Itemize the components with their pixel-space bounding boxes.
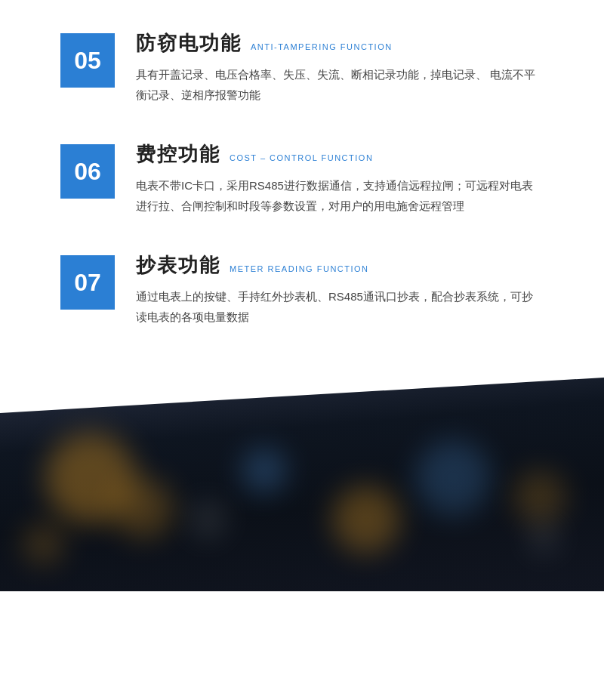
number-badge-07: 07 bbox=[60, 255, 115, 310]
feature-text-07: 抄表功能 METER READING FUNCTION 通过电表上的按键、手持红… bbox=[136, 252, 544, 327]
bokeh-blue-1 bbox=[242, 448, 287, 493]
feature-title-en-07: METER READING FUNCTION bbox=[230, 264, 369, 273]
bokeh-white-1 bbox=[189, 501, 226, 538]
feature-title-en-05: ANTI-TAMPERING FUNCTION bbox=[251, 42, 393, 51]
bottom-area bbox=[0, 372, 604, 591]
bokeh-white-2 bbox=[528, 523, 559, 554]
page-wrapper: 05 防窃电功能 ANTI-TAMPERING FUNCTION 具有开盖记录、… bbox=[0, 0, 604, 700]
feature-title-row-06: 费控功能 COST – CONTROL FUNCTION bbox=[136, 141, 544, 168]
feature-item-05: 05 防窃电功能 ANTI-TAMPERING FUNCTION 具有开盖记录、… bbox=[60, 30, 544, 105]
feature-title-zh-07: 抄表功能 bbox=[136, 252, 220, 279]
bokeh-orange-5 bbox=[23, 523, 64, 565]
feature-text-06: 费控功能 COST – CONTROL FUNCTION 电表不带IC卡口，采用… bbox=[136, 141, 544, 216]
content-area: 05 防窃电功能 ANTI-TAMPERING FUNCTION 具有开盖记录、… bbox=[0, 0, 604, 372]
feature-title-zh-05: 防窃电功能 bbox=[136, 30, 242, 57]
feature-title-row-07: 抄表功能 METER READING FUNCTION bbox=[136, 252, 544, 279]
bokeh-blue-2 bbox=[415, 440, 491, 516]
feature-item-07: 07 抄表功能 METER READING FUNCTION 通过电表上的按键、… bbox=[60, 252, 544, 327]
feature-item-06: 06 费控功能 COST – CONTROL FUNCTION 电表不带IC卡口… bbox=[60, 141, 544, 216]
bokeh-orange-3 bbox=[332, 486, 400, 554]
feature-desc-07: 通过电表上的按键、手持红外抄表机、RS485通讯口抄表，配合抄表系统，可抄读电表… bbox=[136, 286, 544, 327]
feature-title-zh-06: 费控功能 bbox=[136, 141, 220, 168]
feature-title-row-05: 防窃电功能 ANTI-TAMPERING FUNCTION bbox=[136, 30, 544, 57]
feature-desc-05: 具有开盖记录、电压合格率、失压、失流、断相记录功能，掉电记录、 电流不平衡记录、… bbox=[136, 64, 544, 105]
feature-title-en-06: COST – CONTROL FUNCTION bbox=[230, 153, 373, 162]
feature-text-05: 防窃电功能 ANTI-TAMPERING FUNCTION 具有开盖记录、电压合… bbox=[136, 30, 544, 105]
bokeh-orange-4 bbox=[513, 470, 566, 523]
number-badge-06: 06 bbox=[60, 144, 115, 199]
bokeh-orange-2 bbox=[113, 478, 174, 538]
feature-desc-06: 电表不带IC卡口，采用RS485进行数据通信，支持通信远程拉闸；可远程对电表进行… bbox=[136, 175, 544, 216]
number-badge-05: 05 bbox=[60, 33, 115, 88]
